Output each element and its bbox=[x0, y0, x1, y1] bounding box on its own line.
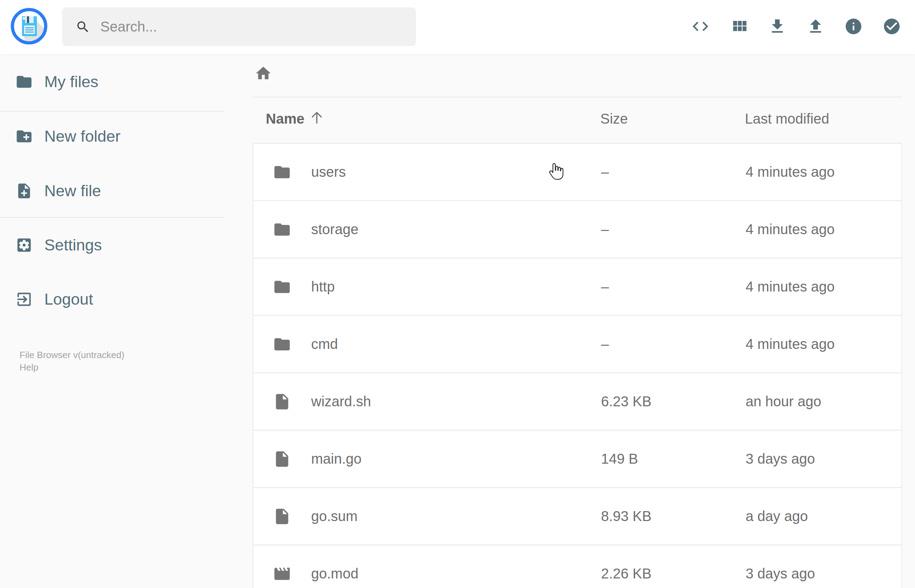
file-modified: 3 days ago bbox=[745, 451, 815, 467]
sidebar-item-logout[interactable]: Logout bbox=[15, 289, 93, 309]
file-size: – bbox=[601, 164, 609, 180]
sidebar-item-label: My files bbox=[44, 73, 99, 91]
sidebar: My files New folder New file Settings Lo… bbox=[0, 54, 225, 588]
file-modified: a day ago bbox=[745, 508, 808, 524]
settings-icon bbox=[15, 236, 33, 254]
sidebar-item-label: New file bbox=[44, 182, 101, 200]
sidebar-item-settings[interactable]: Settings bbox=[15, 235, 102, 255]
app-version: File Browser v(untracked) bbox=[19, 350, 124, 360]
app-logo[interactable] bbox=[11, 8, 47, 45]
file-name: wizard.sh bbox=[311, 394, 371, 409]
column-last-modified[interactable]: Last modified bbox=[745, 111, 829, 127]
upload-icon[interactable] bbox=[806, 17, 825, 36]
new-folder-icon bbox=[15, 128, 33, 145]
folder-icon bbox=[273, 163, 291, 181]
sidebar-divider bbox=[0, 217, 225, 218]
column-size[interactable]: Size bbox=[600, 111, 628, 127]
file-size: 8.93 KB bbox=[601, 508, 651, 524]
new-file-icon bbox=[15, 182, 33, 200]
list-item-main-go[interactable]: main.go 149 B 3 days ago bbox=[253, 430, 902, 487]
file-size: – bbox=[601, 221, 609, 237]
search-input[interactable]: Search... bbox=[62, 7, 416, 46]
sidebar-item-label: New folder bbox=[44, 127, 121, 145]
file-name: storage bbox=[311, 221, 358, 237]
file-icon bbox=[273, 450, 291, 468]
sidebar-divider bbox=[0, 111, 225, 111]
file-listing: users – 4 minutes ago storage – 4 minute… bbox=[253, 143, 902, 588]
file-modified: 3 days ago bbox=[745, 566, 815, 582]
file-icon bbox=[273, 393, 291, 411]
file-modified: 4 minutes ago bbox=[745, 164, 834, 180]
file-listing-pane: Name Size Last modified users – 4 minute… bbox=[225, 54, 915, 588]
file-modified: 4 minutes ago bbox=[745, 336, 834, 352]
sidebar-item-new-file[interactable]: New file bbox=[15, 181, 101, 201]
file-size: – bbox=[601, 279, 609, 295]
filebrowser-app: Search... My files New folder New file bbox=[0, 0, 915, 588]
info-icon[interactable] bbox=[844, 17, 863, 36]
sidebar-item-my-files[interactable]: My files bbox=[15, 72, 99, 92]
file-name: main.go bbox=[311, 451, 362, 467]
list-item-wizard-sh[interactable]: wizard.sh 6.23 KB an hour ago bbox=[253, 372, 902, 430]
column-name[interactable]: Name bbox=[266, 111, 304, 127]
file-name: cmd bbox=[311, 336, 338, 352]
file-name: users bbox=[311, 164, 346, 180]
download-icon[interactable] bbox=[768, 17, 787, 36]
file-modified: 4 minutes ago bbox=[745, 221, 834, 237]
file-modified: an hour ago bbox=[745, 394, 821, 409]
movie-icon bbox=[273, 565, 291, 583]
search-icon bbox=[76, 19, 91, 34]
list-item-http[interactable]: http – 4 minutes ago bbox=[253, 257, 902, 315]
folder-icon bbox=[273, 335, 291, 354]
folder-icon bbox=[273, 220, 291, 239]
file-size: 149 B bbox=[601, 451, 638, 467]
folder-icon bbox=[273, 278, 291, 296]
breadcrumb-divider bbox=[253, 97, 902, 97]
list-item-go-mod[interactable]: go.mod 2.26 KB 3 days ago bbox=[253, 544, 902, 588]
list-item-users[interactable]: users – 4 minutes ago bbox=[253, 143, 902, 200]
check-circle-icon[interactable] bbox=[883, 17, 901, 36]
list-item-cmd[interactable]: cmd – 4 minutes ago bbox=[253, 315, 902, 372]
file-icon bbox=[273, 507, 291, 526]
file-name: go.sum bbox=[311, 508, 357, 524]
listing-header: Name Size Last modified bbox=[253, 111, 902, 129]
help-link[interactable]: Help bbox=[19, 361, 124, 374]
file-modified: 4 minutes ago bbox=[745, 279, 834, 295]
list-item-go-sum[interactable]: go.sum 8.93 KB a day ago bbox=[253, 487, 902, 544]
sort-ascending-icon[interactable] bbox=[309, 110, 325, 126]
file-size: 2.26 KB bbox=[601, 566, 651, 582]
code-icon[interactable] bbox=[691, 17, 710, 36]
sidebar-item-label: Settings bbox=[44, 236, 102, 254]
file-size: – bbox=[601, 336, 609, 352]
file-name: go.mod bbox=[311, 566, 358, 582]
folder-icon bbox=[15, 73, 33, 90]
logout-icon bbox=[15, 291, 33, 308]
search-placeholder: Search... bbox=[100, 19, 157, 35]
sidebar-footer: File Browser v(untracked) Help bbox=[19, 349, 124, 374]
file-size: 6.23 KB bbox=[601, 394, 651, 409]
home-icon[interactable] bbox=[254, 65, 272, 82]
header: Search... bbox=[0, 0, 915, 54]
sidebar-item-label: Logout bbox=[44, 290, 93, 309]
list-item-storage[interactable]: storage – 4 minutes ago bbox=[253, 200, 902, 257]
content: My files New folder New file Settings Lo… bbox=[0, 54, 915, 588]
file-name: http bbox=[311, 279, 335, 295]
sidebar-item-new-folder[interactable]: New folder bbox=[15, 126, 121, 146]
grid-view-icon[interactable] bbox=[730, 17, 749, 36]
